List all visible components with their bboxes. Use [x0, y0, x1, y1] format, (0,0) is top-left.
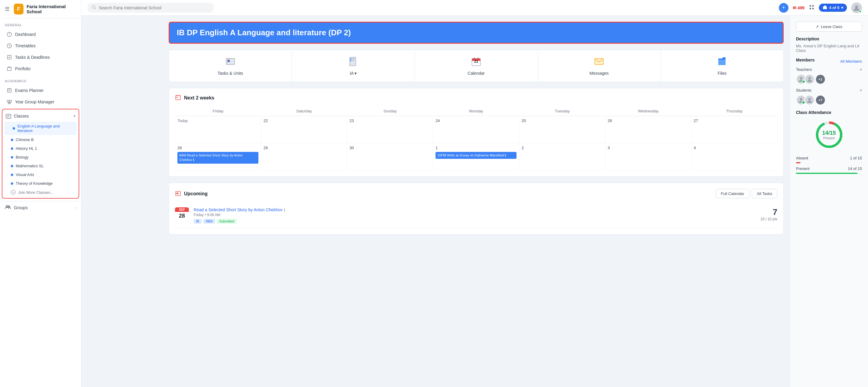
class-dot — [13, 127, 15, 129]
cal-event-chekhov[interactable]: 9AM Read a Selected Short Story by Anton… — [177, 152, 258, 163]
history-class-label: History HL 1 — [16, 146, 37, 151]
classes-section: Classes ▾ English A Language and literat… — [2, 109, 79, 199]
plus-icon: + — [782, 4, 785, 11]
task-day: 28 — [175, 212, 189, 220]
quick-link-ia[interactable]: IA ▾ — [292, 50, 415, 82]
quick-link-tasks-units[interactable]: Tasks & Units — [169, 50, 292, 82]
svg-rect-8 — [6, 114, 11, 118]
svg-rect-13 — [812, 5, 814, 7]
cal-day-tue: Tuesday — [519, 107, 606, 116]
upcoming-buttons: Full Calendar All Tasks — [716, 189, 777, 198]
portfolio-icon — [7, 66, 12, 71]
full-calendar-button[interactable]: Full Calendar — [716, 189, 749, 198]
quick-link-messages[interactable]: Messages — [538, 50, 661, 82]
sidebar-item-tok[interactable]: Theory of Knowledge — [2, 179, 79, 188]
cal-cell-26: 26 — [606, 116, 691, 143]
school-dropdown-icon: ▾ — [841, 5, 843, 10]
search-input[interactable] — [99, 5, 210, 10]
sidebar-item-timetables[interactable]: Timetables — [2, 40, 79, 51]
messages-label: Messages — [589, 71, 609, 76]
attendance-chart: 14/15 Present — [796, 120, 862, 150]
present-bar — [796, 173, 858, 174]
hamburger-icon[interactable]: ☰ — [5, 6, 10, 12]
svg-rect-35 — [177, 192, 178, 194]
upcoming-title-wrap: Upcoming — [175, 190, 716, 198]
add-button[interactable]: + — [779, 3, 788, 13]
classes-header[interactable]: Classes ▾ — [2, 111, 79, 121]
absent-label-row: Absent 1 of 15 — [796, 155, 862, 161]
timetables-label: Timetables — [15, 43, 35, 48]
students-label: Students — [796, 88, 811, 92]
svg-rect-19 — [227, 60, 230, 62]
sidebar-item-biology[interactable]: Biology — [2, 153, 79, 161]
task-subtitle: Friday • 9:00 AM — [194, 213, 756, 217]
sidebar-item-history[interactable]: History HL 1 — [2, 144, 79, 153]
svg-rect-6 — [10, 100, 11, 102]
groups-icon — [5, 204, 11, 211]
sidebar-item-math[interactable]: Mathematics SL — [2, 161, 79, 170]
sidebar-item-dashboard[interactable]: Dashboard — [2, 29, 79, 40]
sidebar-item-chinese[interactable]: Chinese B — [2, 135, 79, 144]
cal-event-mansfield[interactable]: 10PM Write an Essay on Katharine Mansfie… — [435, 152, 517, 159]
cal-day-thu: Thursday — [691, 107, 777, 116]
year-group-icon — [7, 99, 12, 105]
timetables-icon — [7, 43, 12, 49]
cal-day-mon: Monday — [433, 107, 519, 116]
cal-cell-24: 24 — [433, 116, 519, 143]
task-pts-label: 10 / 10 pts — [761, 217, 777, 221]
sidebar-item-exams[interactable]: Exams Planner — [2, 85, 79, 96]
quick-link-calendar[interactable]: 21 Calendar — [415, 50, 537, 82]
mail-icon: ✉ — [793, 5, 796, 10]
user-avatar-wrap[interactable] — [851, 2, 862, 13]
students-chevron-icon: ▾ — [860, 88, 862, 92]
cal-day-wed: Wednesday — [606, 107, 691, 116]
school-badge[interactable]: 4 of 5 ▾ — [819, 4, 847, 12]
attendance-present-sub: Present — [822, 136, 836, 140]
sidebar-item-portfolio[interactable]: Portfolio — [2, 63, 79, 74]
app-logo: F — [14, 4, 24, 14]
svg-rect-31 — [718, 60, 725, 65]
sidebar-item-groups[interactable]: Groups › — [0, 201, 81, 214]
classes-chevron-icon: ▾ — [73, 114, 75, 118]
sidebar-item-year-group[interactable]: Year Group Manager — [2, 96, 79, 107]
calendar-icon: 21 — [471, 56, 482, 68]
cal-cell-3: 3 — [606, 143, 691, 170]
sidebar-item-english[interactable]: English A Language and literature — [4, 122, 77, 135]
sidebar: ☰ F Faria International School General D… — [0, 0, 81, 387]
leave-class-button[interactable]: ↗ Leave Class — [796, 22, 862, 32]
grid-icon[interactable] — [809, 4, 815, 11]
messages-icon — [594, 56, 604, 68]
cal-cell-29: 29 — [261, 143, 347, 170]
class-title: IB DP English A Language and literature … — [177, 28, 776, 37]
svg-point-9 — [6, 206, 8, 207]
class-dot — [11, 165, 13, 167]
description-title: Description — [796, 36, 862, 41]
cal-cell-today: Today — [175, 116, 261, 143]
task-title[interactable]: Read a Selected Short Story by Anton Che… — [194, 207, 756, 212]
all-members-link[interactable]: All Members — [840, 59, 862, 64]
school-icon — [823, 5, 827, 10]
search-box[interactable] — [87, 3, 214, 13]
quick-link-files[interactable]: Files — [661, 50, 783, 82]
cal-cell-23: 23 — [347, 116, 433, 143]
svg-point-36 — [800, 77, 802, 80]
svg-rect-33 — [177, 97, 178, 98]
cal-cell-4: 4 — [691, 143, 777, 170]
calendar-section-title: Next 2 weeks — [184, 95, 214, 101]
svg-rect-14 — [810, 8, 811, 9]
content-area: IB DP English A Language and literature … — [163, 16, 790, 387]
classes-label: Classes — [14, 114, 29, 118]
sidebar-item-tasks[interactable]: Tasks & Deadlines — [2, 52, 79, 63]
task-info: Read a Selected Short Story by Anton Che… — [194, 207, 756, 224]
join-more-classes[interactable]: + Join More Classes... — [2, 188, 79, 197]
task-points: 7 10 / 10 pts — [761, 207, 777, 221]
mail-notification[interactable]: ✉ 499 — [793, 5, 804, 10]
english-class-label: English A Language and literature — [18, 124, 72, 133]
upcoming-header: Upcoming Full Calendar All Tasks — [175, 189, 777, 198]
cal-cell-30: 30 — [347, 143, 433, 170]
teachers-category: Teachers ▾ — [796, 67, 862, 72]
attendance-title: Class Attendance — [796, 110, 862, 115]
sidebar-item-arts[interactable]: Visual Arts — [2, 170, 79, 179]
all-tasks-button[interactable]: All Tasks — [752, 189, 777, 198]
cal-cell-28: 28 9AM Read a Selected Short Story by An… — [175, 143, 261, 170]
